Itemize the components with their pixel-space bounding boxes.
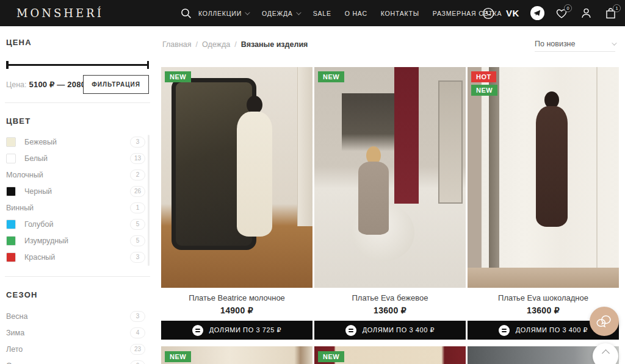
account-icon[interactable] xyxy=(579,6,593,21)
search-icon[interactable] xyxy=(181,8,192,19)
nav-collections[interactable]: КОЛЛЕКЦИИ xyxy=(198,10,248,17)
installment-button[interactable]: ДОЛЯМИ ПО 3 725 ₽ xyxy=(161,321,312,340)
count-badge: 4 xyxy=(130,327,145,338)
color-swatch xyxy=(6,219,16,229)
count-badge: 6 xyxy=(130,360,145,364)
product-card: HOT NEW Платье Eva шоколадное 13600 ₽ ДО… xyxy=(468,67,619,340)
installment-button[interactable]: ДОЛЯМИ ПО 3 400 ₽ xyxy=(314,321,466,340)
chevron-down-icon xyxy=(296,10,301,15)
scroll-to-top-button[interactable] xyxy=(593,343,618,364)
site-logo[interactable]: MONSHERÍ xyxy=(16,7,104,20)
color-option-white[interactable]: Белый 13 xyxy=(6,150,145,166)
color-swatch xyxy=(6,187,16,196)
cart-bag-icon[interactable]: 1 xyxy=(603,6,618,21)
slider-track xyxy=(6,64,149,66)
nav-clothes[interactable]: ОДЕЖДА xyxy=(262,10,300,17)
nav-contacts[interactable]: КОНТАКТЫ xyxy=(381,10,419,17)
wishlist-count-badge: 0 xyxy=(564,4,572,12)
color-option-lightblue[interactable]: Голубой 5 xyxy=(6,216,145,232)
main-nav: КОЛЛЕКЦИИ ОДЕЖДА SALE О НАС КОНТАКТЫ РАЗ… xyxy=(198,0,502,26)
sort-dropdown[interactable]: По новизне xyxy=(535,37,615,52)
count-badge: 2 xyxy=(130,170,145,180)
badge-new: NEW xyxy=(318,351,344,362)
season-option-spring[interactable]: Весна 3 xyxy=(6,308,145,324)
dolyame-logo-icon xyxy=(192,325,203,336)
product-image[interactable]: NEW xyxy=(314,67,466,288)
nav-about[interactable]: О НАС xyxy=(345,10,367,17)
chevron-down-icon xyxy=(612,40,616,45)
count-badge: 3 xyxy=(130,137,145,148)
count-badge: 5 xyxy=(130,235,145,246)
color-filter-title: ЦВЕТ xyxy=(6,116,31,126)
product-price: 14900 ₽ xyxy=(161,305,312,315)
badge-hot: HOT xyxy=(471,71,496,82)
chevron-up-icon xyxy=(602,349,610,357)
sort-selected-value: По новизне xyxy=(535,40,575,48)
product-image[interactable]: NEW xyxy=(161,67,312,288)
product-card: NEW Платье Beatrice молочное 14900 ₽ ДОЛ… xyxy=(161,67,312,340)
color-swatch xyxy=(6,236,16,246)
price-range-slider[interactable] xyxy=(6,60,149,69)
color-option-beige[interactable]: Бежевый 3 xyxy=(6,134,145,150)
count-badge: 3 xyxy=(130,252,145,263)
badge-new: NEW xyxy=(318,71,344,82)
badge-new: NEW xyxy=(471,85,497,96)
vk-icon[interactable]: VK xyxy=(505,6,520,21)
color-filter-list: Бежевый 3 Белый 13 Молочный 2 Черный 26 … xyxy=(6,134,145,265)
chat-widget-button[interactable] xyxy=(590,307,619,336)
breadcrumb-current: Вязаные изделия xyxy=(241,40,308,49)
cart-count-badge: 1 xyxy=(613,4,621,12)
product-title[interactable]: Платье Beatrice молочное xyxy=(161,293,312,302)
season-option-winter[interactable]: Зима 4 xyxy=(6,324,145,341)
whatsapp-icon[interactable] xyxy=(481,6,496,21)
breadcrumb-home[interactable]: Главная xyxy=(162,40,192,49)
product-grid-next-row: NEW NEW xyxy=(161,346,619,364)
product-price: 13600 ₽ xyxy=(314,305,466,315)
slider-handle-max[interactable] xyxy=(147,61,150,69)
slider-handle-min[interactable] xyxy=(6,61,9,69)
breadcrumb: Главная / Одежда / Вязаные изделия xyxy=(162,40,308,49)
color-option-emerald[interactable]: Изумрудный 5 xyxy=(6,232,145,249)
color-swatch xyxy=(6,137,16,147)
count-badge: 23 xyxy=(130,344,145,355)
nav-sale[interactable]: SALE xyxy=(313,10,331,17)
color-option-wine[interactable]: Винный 1 xyxy=(6,199,145,216)
wishlist-heart-icon[interactable]: 0 xyxy=(554,6,569,21)
filter-apply-button[interactable]: ФИЛЬТРАЦИЯ xyxy=(83,75,149,94)
divider xyxy=(5,102,150,103)
product-title[interactable]: Платье Eva шоколадное xyxy=(468,293,619,302)
count-badge: 5 xyxy=(130,219,145,230)
price-filter-title: ЦЕНА xyxy=(6,38,32,47)
price-label: Цена: xyxy=(6,80,27,89)
product-image[interactable]: NEW xyxy=(314,346,466,364)
product-grid: NEW Платье Beatrice молочное 14900 ₽ ДОЛ… xyxy=(161,67,619,340)
product-title[interactable]: Платье Eva бежевое xyxy=(314,293,466,302)
color-option-black[interactable]: Черный 26 xyxy=(6,183,145,199)
header-icons: VK 0 1 xyxy=(481,0,618,26)
price-values-row: Цена: 5100 ₽ — 20800 ₽ ФИЛЬТРАЦИЯ xyxy=(6,80,149,89)
color-list-scrollbar[interactable] xyxy=(148,135,150,266)
product-image[interactable]: NEW xyxy=(161,346,312,364)
dolyame-logo-icon xyxy=(345,325,356,336)
color-option-red[interactable]: Красный 3 xyxy=(6,249,145,265)
season-option-autumn[interactable]: Осень 6 xyxy=(6,357,145,364)
product-card: NEW Платье Eva бежевое 13600 ₽ ДОЛЯМИ ПО… xyxy=(314,67,466,340)
color-swatch xyxy=(6,154,16,163)
count-badge: 13 xyxy=(130,153,145,164)
breadcrumb-clothes[interactable]: Одежда xyxy=(202,40,230,49)
badge-new: NEW xyxy=(165,351,191,362)
count-badge: 3 xyxy=(130,311,145,322)
chevron-down-icon xyxy=(245,10,250,15)
top-header: MONSHERÍ КОЛЛЕКЦИИ ОДЕЖДА SALE О НАС КОН… xyxy=(0,0,625,26)
season-filter-list: Весна 3 Зима 4 Лето 23 Осень 6 xyxy=(6,308,145,364)
count-badge: 1 xyxy=(130,202,145,213)
product-image[interactable]: HOT NEW xyxy=(468,67,619,288)
season-filter-title: СЕЗОН xyxy=(6,290,38,299)
color-option-milky[interactable]: Молочный 2 xyxy=(6,166,145,183)
dolyame-logo-icon xyxy=(499,325,510,336)
badge-new: NEW xyxy=(165,71,191,82)
season-option-summer[interactable]: Лето 23 xyxy=(6,341,145,357)
divider xyxy=(5,276,150,277)
color-swatch xyxy=(6,252,16,262)
telegram-icon[interactable] xyxy=(530,6,544,21)
